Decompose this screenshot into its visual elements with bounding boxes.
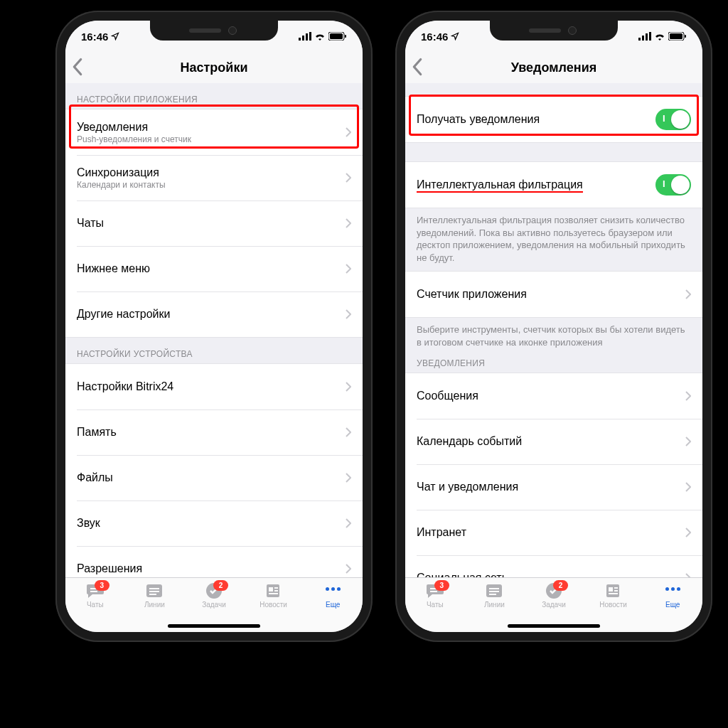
nav-bar: Уведомления xyxy=(405,52,702,84)
status-time: 16:46 xyxy=(421,31,448,43)
cellular-icon xyxy=(638,32,651,41)
svg-rect-25 xyxy=(685,35,686,38)
page-title: Уведомления xyxy=(405,60,702,75)
row-bitrix24-settings[interactable]: Настройки Bitrix24 xyxy=(65,364,363,410)
chevron-right-icon xyxy=(346,427,351,437)
svg-rect-35 xyxy=(614,587,618,589)
smart-filter-label: Интеллектуальная фильтрация xyxy=(417,178,583,193)
counter-description: Выберите инструменты, счетчик которых вы… xyxy=(405,318,702,355)
tab-chats[interactable]: 3 Чаты xyxy=(65,578,125,632)
chevron-right-icon xyxy=(346,309,351,319)
phone-mockup-notifications: 16:46 Уведомления Получать уведомления xyxy=(395,11,712,642)
row-other-settings[interactable]: Другие настройки xyxy=(65,291,363,337)
row-bottom-menu[interactable]: Нижнее меню xyxy=(65,246,363,291)
page-title: Настройки xyxy=(65,60,363,75)
home-indicator[interactable] xyxy=(168,624,260,628)
row-smart-filter[interactable]: Интеллектуальная фильтрация xyxy=(405,162,702,208)
svg-rect-0 xyxy=(299,38,301,41)
svg-rect-17 xyxy=(274,590,278,592)
chevron-right-icon xyxy=(346,218,351,228)
notch xyxy=(490,21,618,41)
svg-rect-27 xyxy=(430,591,437,592)
row-notifications[interactable]: Уведомления Push-уведомления и счетчик xyxy=(65,109,363,155)
svg-rect-22 xyxy=(649,32,651,41)
svg-rect-18 xyxy=(269,593,278,594)
chevron-right-icon xyxy=(685,289,691,299)
section-header-notifications: УВЕДОМЛЕНИЯ xyxy=(405,355,702,373)
svg-rect-34 xyxy=(609,587,613,592)
svg-rect-8 xyxy=(90,591,97,592)
row-chats[interactable]: Чаты xyxy=(65,200,363,246)
home-indicator[interactable] xyxy=(508,624,600,628)
section-header-device: НАСТРОЙКИ УСТРОЙСТВА xyxy=(65,338,363,363)
group-device-settings: Настройки Bitrix24 Память Файлы Звук Раз… xyxy=(65,363,363,578)
row-receive-notifications[interactable]: Получать уведомления xyxy=(405,97,702,142)
svg-rect-37 xyxy=(609,593,618,594)
group-app-settings: Уведомления Push-уведомления и счетчик С… xyxy=(65,109,363,338)
chevron-right-icon xyxy=(346,518,351,528)
svg-rect-20 xyxy=(642,36,644,41)
chevron-right-icon xyxy=(685,482,691,492)
svg-rect-15 xyxy=(269,587,273,592)
svg-rect-29 xyxy=(489,588,499,589)
row-chat-notifications[interactable]: Чат и уведомления xyxy=(405,464,702,510)
back-button[interactable] xyxy=(73,58,82,79)
wifi-icon xyxy=(654,32,665,41)
chevron-right-icon xyxy=(346,264,351,274)
chevron-right-icon xyxy=(346,564,351,574)
toggle-receive[interactable] xyxy=(655,109,691,130)
location-icon xyxy=(451,32,459,41)
row-sound[interactable]: Звук xyxy=(65,500,363,546)
chevron-right-icon xyxy=(346,382,351,392)
row-files[interactable]: Файлы xyxy=(65,455,363,500)
badge-chats: 3 xyxy=(434,580,449,591)
tab-more[interactable]: Еще xyxy=(643,578,702,632)
row-memory[interactable]: Память xyxy=(65,410,363,455)
cellular-icon xyxy=(299,32,311,41)
row-social-network[interactable]: Социальная сеть xyxy=(405,555,702,578)
chevron-right-icon xyxy=(685,437,691,446)
chevron-right-icon xyxy=(346,173,351,183)
badge-chats: 3 xyxy=(95,580,109,591)
badge-tasks: 2 xyxy=(553,580,568,591)
status-time: 16:46 xyxy=(81,31,108,43)
row-intranet[interactable]: Интранет xyxy=(405,510,702,555)
svg-rect-3 xyxy=(309,32,311,41)
svg-rect-1 xyxy=(302,36,304,41)
svg-rect-12 xyxy=(149,594,156,595)
badge-tasks: 2 xyxy=(213,580,228,591)
row-sync[interactable]: Синхронизация Календари и контакты xyxy=(65,155,363,200)
nav-bar: Настройки xyxy=(65,52,363,84)
svg-rect-30 xyxy=(489,591,499,592)
svg-rect-10 xyxy=(149,588,159,589)
svg-rect-31 xyxy=(489,594,496,595)
chevron-right-icon xyxy=(685,528,691,537)
phone-mockup-settings: 16:46 Настройки НАСТРОЙКИ ПРИЛОЖЕНИЯ Ув xyxy=(55,11,373,642)
section-header-app: НАСТРОЙКИ ПРИЛОЖЕНИЯ xyxy=(65,83,363,109)
svg-rect-19 xyxy=(638,38,641,41)
svg-rect-24 xyxy=(670,33,682,39)
battery-icon xyxy=(328,32,347,41)
row-permissions[interactable]: Разрешения xyxy=(65,546,363,578)
tab-more[interactable]: Еще xyxy=(303,578,363,632)
more-icon xyxy=(323,582,343,591)
svg-rect-11 xyxy=(149,591,159,592)
svg-rect-36 xyxy=(614,590,618,592)
svg-rect-5 xyxy=(330,33,343,39)
tab-chats[interactable]: 3 Чаты xyxy=(405,578,465,632)
back-button[interactable] xyxy=(412,58,422,79)
more-icon xyxy=(663,582,682,591)
wifi-icon xyxy=(314,32,326,41)
toggle-smart-filter[interactable] xyxy=(655,174,691,196)
chevron-right-icon xyxy=(346,127,351,137)
svg-rect-21 xyxy=(646,33,648,41)
row-calendar-events[interactable]: Календарь событий xyxy=(405,419,702,464)
notch xyxy=(150,21,278,41)
chevron-right-icon xyxy=(346,473,351,483)
svg-rect-2 xyxy=(306,33,308,41)
location-icon xyxy=(111,32,119,41)
row-app-counter[interactable]: Счетчик приложения xyxy=(405,272,702,317)
row-messages[interactable]: Сообщения xyxy=(405,373,702,419)
svg-rect-16 xyxy=(274,587,278,589)
smart-filter-description: Интеллектуальная фильтрация позволяет сн… xyxy=(405,208,702,271)
